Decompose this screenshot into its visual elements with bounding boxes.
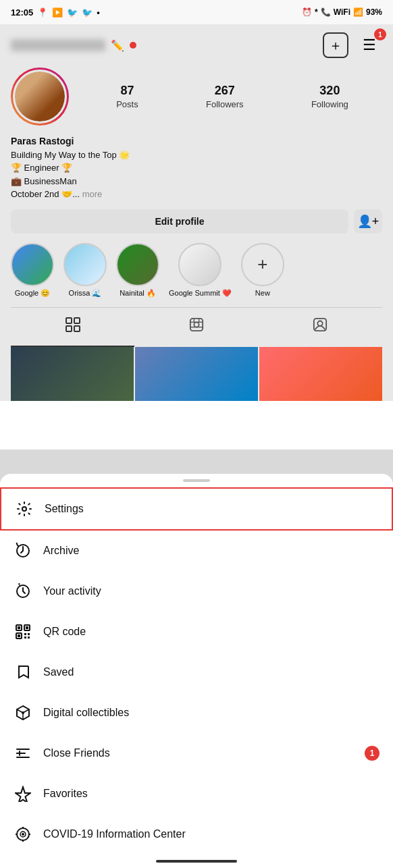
- svg-rect-0: [66, 318, 72, 323]
- menu-item-saved[interactable]: Saved: [0, 652, 393, 693]
- profile-area: ✏️ ＋ ☰ 1 87 Posts 267 Fol: [0, 24, 393, 401]
- battery: 93%: [366, 7, 382, 17]
- digital-collectibles-label: Digital collectibles: [43, 707, 129, 719]
- add-person-icon: 👤+: [357, 214, 379, 229]
- bio-line1: Building My Way to the Top 🌟: [11, 148, 382, 162]
- tab-tagged[interactable]: [259, 308, 382, 347]
- highlight-nainital[interactable]: Nainital 🔥: [116, 243, 159, 298]
- highlight-google[interactable]: Google 😊: [11, 243, 54, 298]
- followers-stat[interactable]: 267 Followers: [206, 84, 244, 109]
- header-row: ✏️ ＋ ☰ 1: [11, 32, 382, 58]
- dot-icon: •: [97, 7, 100, 18]
- status-right: ⏰ * 📞 WiFi 📶 93%: [302, 7, 382, 17]
- alarm-icon: ⏰: [302, 7, 312, 17]
- action-buttons: Edit profile 👤+: [11, 209, 382, 234]
- svg-rect-1: [74, 318, 80, 323]
- favorites-label: Favorites: [43, 788, 88, 800]
- highlight-summit-circle: [178, 243, 221, 286]
- bio-section: Paras Rastogi Building My Way to the Top…: [11, 135, 382, 201]
- menu-item-digital-collectibles[interactable]: Digital collectibles: [0, 693, 393, 733]
- svg-rect-2: [66, 326, 72, 331]
- svg-rect-21: [24, 633, 26, 635]
- stats-row: 87 Posts 267 Followers 320 Following: [82, 84, 382, 109]
- photo-cell-1[interactable]: [11, 347, 134, 401]
- followers-count: 267: [215, 84, 235, 98]
- tabs-row: [11, 307, 382, 347]
- svg-rect-22: [28, 633, 30, 635]
- highlight-new-circle: +: [241, 243, 284, 286]
- profile-info-row: 87 Posts 267 Followers 320 Following: [11, 67, 382, 126]
- highlight-orissa-circle: [63, 243, 107, 286]
- posts-stat[interactable]: 87 Posts: [116, 84, 138, 109]
- svg-rect-18: [26, 626, 28, 629]
- grid-icon: [66, 317, 80, 336]
- svg-point-11: [318, 321, 323, 325]
- menu-item-covid[interactable]: COVID-19 Information Center: [0, 814, 393, 855]
- menu-item-settings[interactable]: Settings: [0, 487, 393, 531]
- avatar: [13, 70, 67, 124]
- bluetooth-icon: *: [315, 7, 318, 17]
- close-friends-badge: 1: [365, 746, 379, 761]
- highlight-new-label: New: [255, 289, 270, 297]
- username-area: ✏️: [11, 39, 136, 52]
- photo-grid: [11, 347, 382, 401]
- twitter-icon: 🐦: [67, 7, 78, 18]
- highlight-google-circle: [11, 243, 54, 286]
- close-friends-label: Close Friends: [43, 747, 110, 759]
- your-activity-icon: [14, 582, 32, 601]
- highlight-summit[interactable]: Google Summit ❤️: [169, 243, 232, 298]
- archive-label: Archive: [43, 545, 79, 557]
- time: 12:05: [11, 7, 33, 18]
- favorites-icon: [14, 784, 32, 803]
- bottom-sheet: Settings Archive Your activity: [0, 474, 393, 868]
- photo-cell-3[interactable]: [259, 347, 382, 401]
- svg-point-37: [22, 833, 24, 836]
- svg-rect-3: [74, 326, 80, 331]
- svg-rect-23: [24, 636, 26, 639]
- highlight-new[interactable]: + New: [241, 243, 284, 298]
- highlight-google-label: Google 😊: [15, 289, 51, 298]
- avatar-wrapper[interactable]: [11, 67, 69, 126]
- covid-icon: [14, 825, 32, 844]
- covid-label: COVID-19 Information Center: [43, 828, 186, 840]
- svg-rect-4: [190, 318, 203, 330]
- following-count: 320: [319, 84, 340, 98]
- username-blur: [11, 39, 105, 51]
- svg-rect-16: [18, 626, 20, 629]
- highlight-nainital-label: Nainital 🔥: [120, 289, 156, 298]
- highlight-orissa[interactable]: Orissa 🌊: [63, 243, 107, 298]
- menu-item-close-friends[interactable]: Close Friends 1: [0, 733, 393, 774]
- profile-name: Paras Rastogi: [11, 135, 382, 148]
- add-person-button[interactable]: 👤+: [354, 209, 382, 234]
- tab-grid[interactable]: [11, 308, 134, 347]
- menu-item-your-activity[interactable]: Your activity: [0, 571, 393, 612]
- add-post-button[interactable]: ＋: [323, 32, 348, 58]
- tab-reels[interactable]: [134, 308, 258, 347]
- following-stat[interactable]: 320 Following: [311, 84, 348, 109]
- signal-icon: 📶: [353, 7, 363, 17]
- avatar-image: [15, 72, 65, 121]
- highlight-nainital-circle: [116, 243, 159, 286]
- menu-button[interactable]: ☰ 1: [357, 32, 382, 58]
- home-indicator: [0, 855, 393, 868]
- menu-item-qr-code[interactable]: QR code: [0, 612, 393, 652]
- bio-line4: October 2nd 🤝... more: [11, 188, 382, 201]
- saved-icon: [14, 663, 32, 682]
- svg-rect-20: [18, 634, 20, 637]
- bio-line2: 🏆 Engineer 🏆: [11, 161, 382, 175]
- svg-point-25: [22, 711, 24, 714]
- maps-icon: 📍: [37, 7, 48, 18]
- edit-profile-button[interactable]: Edit profile: [11, 209, 348, 234]
- bio-more[interactable]: more: [82, 189, 103, 199]
- posts-label: Posts: [116, 99, 138, 109]
- edit-username-icon[interactable]: ✏️: [111, 39, 124, 52]
- svg-point-5: [194, 322, 199, 327]
- saved-label: Saved: [43, 666, 74, 678]
- your-activity-label: Your activity: [43, 585, 101, 597]
- photo-cell-2[interactable]: [135, 347, 258, 401]
- archive-icon: [14, 541, 32, 560]
- twitter-icon2: 🐦: [82, 7, 93, 18]
- menu-item-favorites[interactable]: Favorites: [0, 774, 393, 814]
- header-icons: ＋ ☰ 1: [323, 32, 382, 58]
- menu-item-archive[interactable]: Archive: [0, 531, 393, 571]
